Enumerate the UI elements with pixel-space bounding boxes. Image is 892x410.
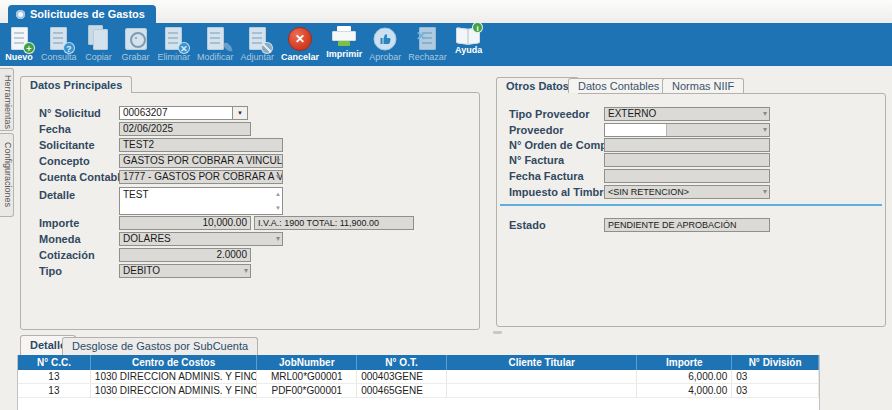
- fecha-factura-label: Fecha Factura: [509, 169, 584, 183]
- configuraciones-label: Configuraciones: [3, 142, 13, 207]
- datos-contables-label: Datos Contables: [578, 80, 659, 92]
- scroll-down-icon[interactable]: ▼: [275, 205, 281, 211]
- attach-document-icon: [242, 25, 272, 52]
- modificar-button[interactable]: ✎ Modificar: [197, 25, 234, 62]
- nuevo-button[interactable]: + Nuevo: [4, 25, 34, 62]
- imprimir-button[interactable]: Imprimir: [326, 25, 362, 59]
- consulta-button[interactable]: ? Consulta: [41, 25, 77, 62]
- window-tab-label: Solicitudes de Gastos: [30, 8, 145, 20]
- detalle-textarea[interactable]: TEST ▲ ▼: [119, 187, 283, 215]
- header-cliente-titular[interactable]: Cliente Titular: [447, 355, 638, 370]
- fecha-factura-input[interactable]: [604, 169, 770, 183]
- cancel-icon: ✕: [285, 25, 315, 52]
- concepto-select[interactable]: GASTOS POR COBRAR A VINCULADOS: [119, 154, 283, 168]
- cancelar-button[interactable]: ✕ Cancelar: [281, 25, 319, 62]
- normas-niif-label: Normas NIIF: [672, 80, 734, 92]
- fecha-input[interactable]: 02/06/2025: [119, 122, 251, 136]
- header-jobnumber[interactable]: JobNumber: [257, 355, 357, 370]
- copiar-button[interactable]: Copiar: [84, 25, 114, 62]
- rechazar-button[interactable]: ✕ Rechazar: [408, 25, 447, 62]
- cell-cliente: [447, 384, 638, 397]
- splitter-handle[interactable]: [493, 331, 502, 334]
- cancelar-label: Cancelar: [281, 52, 319, 62]
- new-document-icon: +: [4, 25, 34, 52]
- aprobar-button[interactable]: Aprobar: [369, 25, 401, 62]
- tab-bullet-icon: [16, 10, 25, 19]
- cotizacion-input[interactable]: 2.0000: [119, 248, 251, 262]
- window-tab-solicitudes[interactable]: Solicitudes de Gastos: [8, 5, 156, 23]
- detalle-label: Detalle: [39, 188, 75, 202]
- save-icon: [121, 25, 151, 52]
- scroll-up-icon[interactable]: ▲: [275, 191, 281, 197]
- detalle-tab-label: Detalle: [30, 339, 66, 351]
- adjuntar-button[interactable]: Adjuntar: [241, 25, 275, 62]
- tab-datos-principales[interactable]: Datos Principales: [20, 76, 132, 93]
- cell-cc: 13: [18, 384, 91, 397]
- orden-compra-input[interactable]: [604, 138, 770, 152]
- moneda-label: Moneda: [39, 232, 81, 246]
- table-row[interactable]: 13 1030 DIRECCION ADMINIS. Y FINC MRL00*…: [18, 370, 819, 384]
- proveedor-label: Proveedor: [509, 123, 563, 137]
- importe-input[interactable]: 10,000.00: [119, 216, 251, 230]
- cell-importe: 6,000.00: [637, 370, 732, 383]
- reject-document-icon: ✕: [412, 25, 442, 52]
- ayuda-button[interactable]: i Ayuda: [454, 25, 484, 55]
- tipo-select[interactable]: DEBITO: [119, 264, 251, 278]
- cuenta-contable-label: Cuenta Contable: [39, 170, 126, 184]
- table-row[interactable]: 13 1030 DIRECCION ADMINIS. Y FINC PDF00*…: [18, 384, 819, 398]
- tab-datos-contables[interactable]: Datos Contables: [568, 78, 669, 93]
- moneda-select[interactable]: DÓLARES: [119, 232, 283, 246]
- table-empty-row: [18, 398, 819, 410]
- document-tab-bar: Solicitudes de Gastos: [0, 0, 892, 23]
- cell-division: 03: [732, 384, 819, 397]
- cell-centro: 1030 DIRECCION ADMINIS. Y FINC: [91, 384, 258, 397]
- grabar-button[interactable]: Grabar: [121, 25, 151, 62]
- estado-label: Estado: [509, 218, 546, 232]
- factura-label: N° Factura: [509, 153, 564, 167]
- section-divider: [500, 204, 882, 206]
- concepto-label: Concepto: [39, 154, 90, 168]
- factura-input[interactable]: [604, 153, 770, 167]
- tipo-proveedor-select[interactable]: EXTERNO: [604, 107, 770, 121]
- print-icon: [331, 25, 357, 49]
- tab-otros-datos[interactable]: Otros Datos: [496, 77, 579, 94]
- edit-document-icon: ✎: [200, 25, 230, 52]
- solicitante-input[interactable]: TEST2: [119, 138, 283, 152]
- cotizacion-label: Cotización: [39, 248, 95, 262]
- impuesto-timbre-label: Impuesto al Timbre: [509, 185, 610, 199]
- header-centro-costos[interactable]: Centro de Costos: [91, 355, 258, 370]
- cell-job: MRL00*G00001: [257, 370, 357, 383]
- copiar-label: Copiar: [85, 52, 112, 62]
- header-importe[interactable]: Importe: [637, 355, 732, 370]
- cuenta-contable-select[interactable]: 1777 - GASTOS POR COBRAR A VINCULADOS - …: [119, 170, 283, 184]
- eliminar-button[interactable]: ✕ Eliminar: [158, 25, 191, 62]
- solicitud-label: N° Solicitud: [39, 106, 101, 120]
- cell-cliente: [447, 370, 638, 383]
- header-ot[interactable]: N° O.T.: [357, 355, 447, 370]
- cell-job: PDF00*G00001: [257, 384, 357, 397]
- cell-importe: 4,000.00: [637, 384, 732, 397]
- solicitud-dropdown-button[interactable]: ▼: [232, 106, 248, 120]
- delete-document-icon: ✕: [159, 25, 189, 52]
- cell-ot: 000465GENE: [357, 384, 447, 397]
- tab-normas-niif[interactable]: Normas NIIF: [662, 78, 744, 93]
- desglose-tab-label: Desglose de Gastos por SubCuenta: [72, 340, 248, 352]
- impuesto-timbre-select[interactable]: <SIN RETENCION>: [604, 185, 770, 199]
- detalle-table: N° C.C. Centro de Costos JobNumber N° O.…: [17, 355, 820, 410]
- herramientas-label: Herramientas: [3, 75, 13, 129]
- solicitud-input[interactable]: 00063207: [119, 106, 233, 120]
- header-cc[interactable]: N° C.C.: [18, 355, 91, 370]
- estado-field: PENDIENTE DE APROBACIÓN: [604, 218, 770, 232]
- sidebar-tab-configuraciones[interactable]: Configuraciones: [0, 133, 14, 217]
- cell-ot: 000403GENE: [357, 370, 447, 383]
- tab-desglose-subcuenta[interactable]: Desglose de Gastos por SubCuenta: [62, 337, 258, 355]
- header-division[interactable]: N° División: [732, 355, 819, 370]
- datos-principales-label: Datos Principales: [30, 79, 122, 91]
- cell-division: 03: [732, 370, 819, 383]
- table-header-row: N° C.C. Centro de Costos JobNumber N° O.…: [18, 355, 819, 370]
- proveedor-edit-area[interactable]: [605, 124, 667, 136]
- cell-cc: 13: [18, 370, 91, 383]
- imprimir-label: Imprimir: [326, 49, 362, 59]
- approve-thumbs-up-icon: [370, 25, 400, 52]
- sidebar-tab-herramientas[interactable]: Herramientas: [0, 68, 14, 131]
